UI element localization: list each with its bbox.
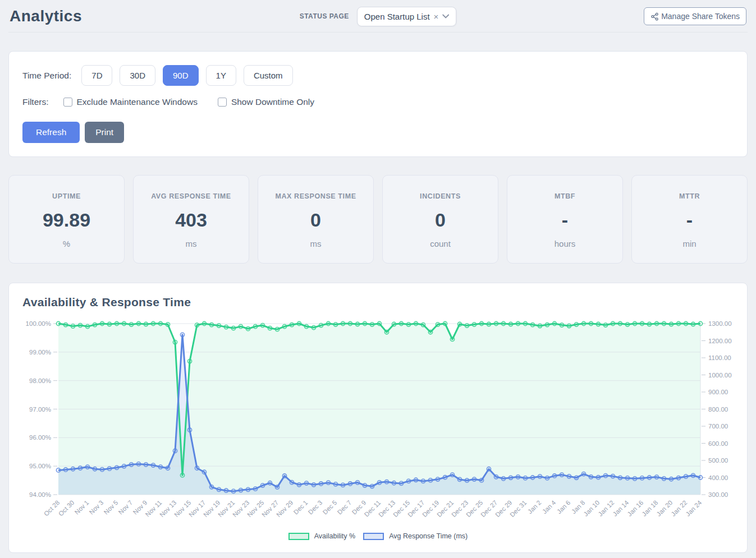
time-period-1y-button[interactable]: 1Y: [206, 65, 236, 86]
availability-swatch: [288, 533, 309, 540]
show-downtime-label: Show Downtime Only: [231, 97, 314, 107]
svg-text:Jan 24: Jan 24: [685, 499, 703, 518]
stat-value: -: [510, 209, 620, 231]
status-page-selector-group: STATUS PAGE Open Startup List ×: [300, 7, 457, 26]
svg-text:96.00%: 96.00%: [29, 434, 51, 441]
svg-text:Dec 31: Dec 31: [508, 499, 528, 518]
stat-card-uptime: UPTIME 99.89 %: [8, 175, 125, 264]
stat-value: 99.89: [11, 209, 122, 231]
page-title: Analytics: [10, 7, 82, 25]
svg-text:95.00%: 95.00%: [29, 463, 51, 469]
svg-text:600.00: 600.00: [708, 440, 728, 447]
svg-text:Jan 20: Jan 20: [656, 499, 674, 518]
svg-text:Jan 10: Jan 10: [583, 499, 601, 518]
exclude-maintenance-label: Exclude Maintenance Windows: [77, 97, 198, 107]
exclude-maintenance-checkbox[interactable]: [63, 98, 72, 107]
svg-text:Jan 12: Jan 12: [597, 499, 616, 518]
stat-unit: count: [385, 239, 496, 248]
svg-text:97.00%: 97.00%: [29, 406, 51, 413]
filters-row: Filters: Exclude Maintenance Windows Sho…: [22, 97, 734, 107]
stat-unit: min: [634, 239, 745, 248]
svg-text:Dec 5: Dec 5: [322, 499, 338, 516]
stat-card-mtbf: MTBF - hours: [507, 175, 623, 264]
stat-unit: ms: [136, 239, 246, 248]
stat-card-incidents: INCIDENTS 0 count: [382, 175, 498, 264]
svg-text:500.00: 500.00: [708, 457, 728, 464]
svg-text:300.00: 300.00: [708, 491, 728, 498]
exclude-maintenance-checkbox-wrap[interactable]: Exclude Maintenance Windows: [63, 97, 198, 107]
svg-text:Nov 1: Nov 1: [74, 499, 90, 516]
stat-label: UPTIME: [11, 192, 122, 200]
svg-text:1200.00: 1200.00: [708, 338, 732, 344]
time-period-label: Time Period:: [22, 71, 71, 81]
stat-unit: hours: [510, 239, 620, 248]
show-downtime-checkbox[interactable]: [218, 98, 227, 107]
svg-text:400.00: 400.00: [708, 474, 728, 481]
stat-value: 0: [260, 209, 371, 231]
filters-label: Filters:: [22, 97, 49, 107]
legend-item-availability[interactable]: Availability %: [288, 532, 355, 540]
svg-text:Dec 7: Dec 7: [336, 499, 353, 516]
stat-label: MAX RESPONSE TIME: [260, 192, 371, 200]
legend-label: Availability %: [314, 532, 355, 540]
svg-text:1100.00: 1100.00: [708, 354, 731, 361]
stat-value: -: [634, 209, 745, 231]
svg-text:Nov 29: Nov 29: [275, 499, 294, 518]
stat-label: MTTR: [634, 192, 745, 200]
svg-text:Dec 1: Dec 1: [292, 499, 309, 516]
time-period-custom-button[interactable]: Custom: [244, 65, 293, 86]
legend-item-response-time[interactable]: Avg Response Time (ms): [363, 532, 468, 540]
svg-text:900.00: 900.00: [708, 389, 728, 395]
stat-value: 403: [136, 209, 246, 231]
svg-text:Oct 28: Oct 28: [43, 499, 61, 517]
time-period-row: Time Period: 7D 30D 90D 1Y Custom: [22, 65, 734, 86]
stat-label: INCIDENTS: [385, 192, 496, 200]
time-period-90d-button[interactable]: 90D: [163, 65, 199, 86]
svg-text:Oct 30: Oct 30: [57, 499, 75, 517]
svg-text:Jan 16: Jan 16: [626, 499, 645, 518]
svg-text:98.00%: 98.00%: [29, 377, 51, 384]
svg-text:Nov 5: Nov 5: [103, 499, 120, 516]
stat-card-mttr: MTTR - min: [631, 175, 748, 264]
svg-text:Jan 22: Jan 22: [670, 499, 689, 518]
svg-text:800.00: 800.00: [708, 406, 728, 413]
stat-value: 0: [385, 209, 496, 231]
stats-row: UPTIME 99.89 % AVG RESPONSE TIME 403 ms …: [8, 175, 748, 264]
analytics-page: Analytics STATUS PAGE Open Startup List …: [0, 0, 756, 558]
time-period-30d-button[interactable]: 30D: [120, 65, 155, 86]
stat-card-max-response-time: MAX RESPONSE TIME 0 ms: [258, 175, 374, 264]
svg-text:99.00%: 99.00%: [29, 349, 51, 356]
chevron-down-icon: [442, 14, 449, 19]
share-icon: [650, 12, 659, 21]
svg-text:700.00: 700.00: [708, 423, 728, 430]
stat-card-avg-response-time: AVG RESPONSE TIME 403 ms: [133, 175, 249, 264]
svg-text:Jan 2: Jan 2: [526, 499, 542, 515]
svg-text:Dec 3: Dec 3: [307, 499, 324, 516]
manage-share-tokens-button[interactable]: Manage Share Tokens: [644, 7, 746, 25]
stat-unit: ms: [260, 239, 371, 248]
svg-text:100.00%: 100.00%: [26, 320, 51, 327]
svg-text:Jan 18: Jan 18: [641, 499, 659, 518]
actions-row: Refresh Print: [22, 122, 734, 143]
manage-share-tokens-label: Manage Share Tokens: [661, 12, 740, 21]
time-period-7d-button[interactable]: 7D: [81, 65, 112, 86]
response-time-swatch: [363, 533, 384, 540]
svg-text:Nov 7: Nov 7: [117, 499, 134, 516]
stat-label: AVG RESPONSE TIME: [136, 192, 246, 200]
print-button[interactable]: Print: [85, 122, 124, 143]
chart-svg: 100.00%99.00%98.00%97.00%96.00%95.00%94.…: [22, 315, 735, 529]
chart-title: Availability & Response Time: [22, 296, 734, 309]
show-downtime-checkbox-wrap[interactable]: Show Downtime Only: [218, 97, 314, 107]
refresh-button[interactable]: Refresh: [22, 122, 80, 143]
chart-panel: Availability & Response Time 100.00%99.0…: [8, 283, 748, 553]
availability-response-chart: 100.00%99.00%98.00%97.00%96.00%95.00%94.…: [22, 315, 734, 531]
svg-text:Jan 6: Jan 6: [556, 499, 571, 515]
clear-selection-icon[interactable]: ×: [434, 12, 439, 21]
filter-panel: Time Period: 7D 30D 90D 1Y Custom Filter…: [8, 51, 748, 157]
stat-label: MTBF: [510, 192, 620, 200]
stat-unit: %: [11, 239, 122, 248]
chart-legend: Availability % Avg Response Time (ms): [22, 532, 734, 543]
status-page-dropdown[interactable]: Open Startup List ×: [357, 7, 457, 26]
svg-text:94.00%: 94.00%: [29, 491, 51, 498]
status-page-label: STATUS PAGE: [300, 12, 349, 20]
